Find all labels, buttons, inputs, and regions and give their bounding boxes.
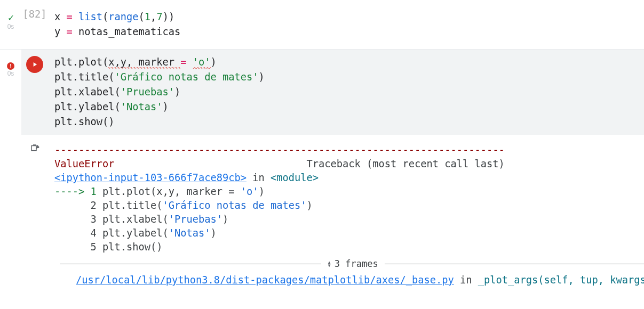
cell-1-gutter: ✓ 0s [0,0,21,49]
traceback-bottom[interactable]: /usr/local/lib/python3.8/dist-packages/m… [21,273,644,287]
play-icon [31,61,38,68]
cell-2-body: plt.plot(x,y, marker = 'o') plt.title('G… [21,50,644,135]
output-container: ----------------------------------------… [0,135,644,287]
frames-line-left [60,264,321,264]
cell-1-run-col: [82] [21,4,48,45]
unfold-icon: ▴▾ [328,261,331,267]
cell-2-code-area[interactable]: plt.plot(x,y, marker = 'o') plt.title('G… [48,50,644,135]
cell-2-runtime: 0s [7,70,14,77]
cell-1-runtime: 0s [7,23,14,30]
output-body: ----------------------------------------… [21,135,644,287]
output-content: ----------------------------------------… [48,138,644,254]
cell-1-code[interactable]: x = list(range(1,7)) y = notas_matematic… [54,10,638,39]
cell-2-code-bg: plt.plot(x,y, marker = 'o') plt.title('G… [21,50,644,135]
traceback-text[interactable]: ----------------------------------------… [54,143,644,254]
frames-divider: ▴▾ 3 frames [21,254,644,273]
run-button[interactable] [26,56,43,73]
output-area: ----------------------------------------… [21,135,644,254]
svg-rect-0 [31,146,36,151]
frames-line-right [385,264,644,264]
output-icon-col [21,138,48,254]
frames-expand[interactable]: ▴▾ 3 frames [321,258,385,269]
frames-label: 3 frames [335,258,378,269]
cell-2: ! 0s plt.plot(x,y, marker = 'o') plt.tit… [0,49,644,135]
cell-2-code[interactable]: plt.plot(x,y, marker = 'o') plt.title('G… [54,55,638,129]
cell-1-code-area[interactable]: x = list(range(1,7)) y = notas_matematic… [48,4,644,45]
error-badge-icon: ! [7,62,14,70]
output-popup-icon[interactable] [30,143,39,254]
cell-1-body: [82] x = list(range(1,7)) y = notas_mate… [21,0,644,49]
check-icon: ✓ [7,13,14,23]
cell-2-gutter: ! 0s [0,50,21,135]
output-gutter-blank [0,135,21,287]
cell-1: ✓ 0s [82] x = list(range(1,7)) y = notas… [0,0,644,49]
cell-2-run-col [21,50,48,135]
cell-1-exec-count: [82] [22,9,46,20]
